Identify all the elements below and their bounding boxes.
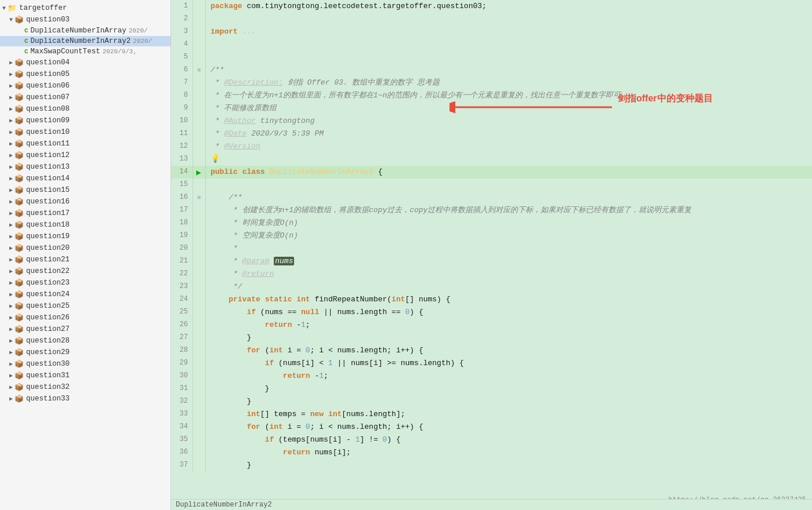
- line-number: 12: [171, 140, 193, 153]
- code-text[interactable]: * 在一个长度为n+1的数组里面，所有数字都在1~n的范围内，所以最少有一个元素…: [206, 89, 812, 102]
- sidebar-item-question30[interactable]: 📦 question30: [0, 358, 171, 370]
- code-text[interactable]: if (nums[i] < 1 || nums[i] >= nums.lengt…: [206, 357, 812, 370]
- sidebar-item-question33[interactable]: 📦 question33: [0, 393, 171, 405]
- sidebar-item-question05[interactable]: 📦 question05: [0, 68, 171, 80]
- code-text[interactable]: [206, 51, 812, 64]
- sidebar[interactable]: 📁 targetoffer 📦 question03 C DuplicateNu…: [0, 0, 171, 510]
- sidebar-item-question03[interactable]: 📦 question03: [0, 14, 171, 26]
- code-text[interactable]: * @Date 2020/9/3 5:39 PM: [206, 128, 812, 140]
- sidebar-item-duplicatenumber2[interactable]: C DuplicateNumberInArray2 2020/: [0, 36, 171, 46]
- sidebar-item-question21[interactable]: 📦 question21: [0, 254, 171, 265]
- code-text[interactable]: }: [206, 382, 812, 395]
- code-text[interactable]: return -1;: [206, 319, 812, 332]
- code-text[interactable]: }: [206, 332, 812, 344]
- code-text[interactable]: return -1;: [206, 370, 812, 382]
- class-icon: C: [24, 38, 28, 45]
- arrow-icon: [9, 337, 13, 344]
- bottom-tab-label[interactable]: DuplicateNumberInArray2: [176, 501, 272, 509]
- sidebar-item-question04[interactable]: 📦 question04: [0, 57, 171, 68]
- sidebar-item-targetoffer[interactable]: 📁 targetoffer: [0, 2, 171, 14]
- sidebar-item-question12[interactable]: 📦 question12: [0, 150, 171, 161]
- sidebar-item-question27[interactable]: 📦 question27: [0, 323, 171, 335]
- sidebar-item-question18[interactable]: 📦 question18: [0, 219, 171, 231]
- gutter-37: [193, 459, 206, 472]
- code-text[interactable]: * @param nums: [206, 255, 812, 268]
- code-text[interactable]: if (temps[nums[i] - 1] != 0) {: [206, 434, 812, 446]
- line-number: 27: [171, 332, 193, 344]
- sidebar-item-question29[interactable]: 📦 question29: [0, 347, 171, 358]
- sidebar-item-question06[interactable]: 📦 question06: [0, 80, 171, 92]
- sidebar-item-question14[interactable]: 📦 question14: [0, 173, 171, 184]
- sidebar-item-question31[interactable]: 📦 question31: [0, 370, 171, 381]
- sidebar-item-label: MaxSwapCountTest: [31, 48, 100, 56]
- code-text[interactable]: package com.tinytongtong.leetcodetest.ta…: [206, 0, 812, 13]
- line-number: 4: [171, 38, 193, 51]
- gutter-28: [193, 344, 206, 357]
- code-text[interactable]: * 不能修改原数组: [206, 102, 812, 115]
- sidebar-item-question20[interactable]: 📦 question20: [0, 242, 171, 254]
- sidebar-item-question23[interactable]: 📦 question23: [0, 277, 171, 289]
- code-text[interactable]: */: [206, 280, 812, 293]
- arrow-icon: [9, 395, 13, 402]
- line-number: 13: [171, 153, 193, 166]
- code-text[interactable]: * @Version: [206, 140, 812, 153]
- gutter-9: [193, 102, 206, 115]
- code-text[interactable]: public class DuplicateNumberInArray2 {: [206, 166, 812, 178]
- sidebar-item-duplicatenumber1[interactable]: C DuplicateNumberInArray 2020/: [0, 26, 171, 36]
- code-text[interactable]: import ...: [206, 26, 812, 38]
- code-text[interactable]: private static int findRepeatNumber(int[…: [206, 293, 812, 306]
- code-text[interactable]: return nums[i];: [206, 446, 812, 459]
- package-icon: 📦: [14, 116, 24, 125]
- sidebar-item-question09[interactable]: 📦 question09: [0, 115, 171, 126]
- sidebar-item-question15[interactable]: 📦 question15: [0, 184, 171, 196]
- sidebar-item-question13[interactable]: 📦 question13: [0, 161, 171, 173]
- sidebar-item-question07[interactable]: 📦 question07: [0, 92, 171, 103]
- code-text[interactable]: }: [206, 459, 812, 472]
- sidebar-item-question16[interactable]: 📦 question16: [0, 196, 171, 207]
- code-text[interactable]: /**: [206, 64, 812, 76]
- gutter-14[interactable]: ▶: [193, 166, 206, 178]
- sidebar-item-question26[interactable]: 📦 question26: [0, 312, 171, 323]
- code-text[interactable]: if (nums == null || nums.length == 0) {: [206, 306, 812, 319]
- code-text[interactable]: *: [206, 242, 812, 255]
- code-text[interactable]: for (int i = 0; i < nums.length; i++) {: [206, 421, 812, 434]
- sidebar-item-maxswap[interactable]: C MaxSwapCountTest 2020/9/3,: [0, 46, 171, 57]
- sidebar-item-question28[interactable]: 📦 question28: [0, 335, 171, 347]
- code-text[interactable]: [206, 38, 812, 51]
- package-icon: 📦: [14, 290, 24, 299]
- fold-icon[interactable]: ≡: [197, 195, 201, 201]
- code-line-15: 15: [171, 178, 812, 191]
- sidebar-item-question22[interactable]: 📦 question22: [0, 265, 171, 277]
- package-icon: 📦: [14, 70, 24, 79]
- code-text[interactable]: * @Description: 剑指 Offer 03. 数组中重复的数字 思考…: [206, 76, 812, 89]
- gutter-16[interactable]: ≡: [193, 191, 206, 204]
- code-text[interactable]: }: [206, 395, 812, 408]
- code-text[interactable]: [206, 13, 812, 26]
- gutter-2: [193, 13, 206, 26]
- code-text[interactable]: * 时间复杂度O(n): [206, 217, 812, 230]
- code-text[interactable]: 💡: [206, 153, 812, 166]
- run-icon[interactable]: ▶: [196, 167, 201, 177]
- code-text[interactable]: /**: [206, 191, 812, 204]
- code-text[interactable]: * 创建长度为n+1的辅助数组，将原数据copy过去，copy过程中将数据插入到…: [206, 204, 812, 217]
- code-text[interactable]: * @return: [206, 268, 812, 280]
- fold-icon[interactable]: ≡: [197, 67, 201, 74]
- sidebar-item-question25[interactable]: 📦 question25: [0, 300, 171, 312]
- line-number: 34: [171, 421, 193, 434]
- code-text[interactable]: for (int i = 0; i < nums.length; i++) {: [206, 344, 812, 357]
- code-text[interactable]: * 空间复杂度O(n): [206, 230, 812, 242]
- sidebar-item-question11[interactable]: 📦 question11: [0, 138, 171, 150]
- sidebar-item-label: question15: [26, 186, 70, 194]
- sidebar-item-question19[interactable]: 📦 question19: [0, 231, 171, 242]
- sidebar-item-question10[interactable]: 📦 question10: [0, 126, 171, 138]
- folder-icon: 📁: [8, 3, 17, 13]
- code-text[interactable]: [206, 178, 812, 191]
- sidebar-item-question08[interactable]: 📦 question08: [0, 103, 171, 115]
- sidebar-item-question17[interactable]: 📦 question17: [0, 207, 171, 219]
- code-text[interactable]: int[] temps = new int[nums.length];: [206, 408, 812, 421]
- sidebar-item-question32[interactable]: 📦 question32: [0, 381, 171, 393]
- sidebar-item-question24[interactable]: 📦 question24: [0, 289, 171, 300]
- gutter-6[interactable]: ≡: [193, 64, 206, 76]
- code-line-33: 33 int[] temps = new int[nums.length];: [171, 408, 812, 421]
- code-text[interactable]: * @Author tinytongtong: [206, 115, 812, 128]
